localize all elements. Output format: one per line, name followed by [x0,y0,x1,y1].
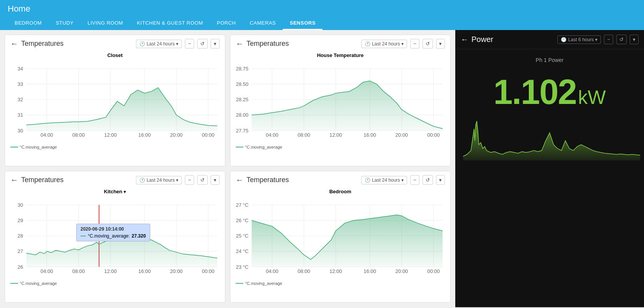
nav-tabs: BEDROOM STUDY LIVING ROOM KITCHEN & GUES… [8,17,636,30]
chart-bedroom-refresh[interactable]: ↺ [423,175,433,185]
chart-closet-back[interactable]: ← [10,39,18,48]
chart-kitchen-body: Kitchen ▾ 30 29 28 27 26 04:00 08:00 [5,187,225,280]
chart-kitchen-more[interactable]: ▾ [211,175,220,185]
chart-kitchen-back[interactable]: ← [10,176,18,184]
chart-closet-legend: °C.moving_average [5,143,225,152]
power-zoom-out[interactable]: − [604,35,613,44]
svg-text:00:00: 00:00 [427,132,439,137]
nav-tab-study[interactable]: STUDY [49,17,81,30]
svg-text:28.00: 28.00 [236,112,248,118]
power-panel-header: ← Power 🕐 Last 6 hours ▾ − ↺ ▾ [455,30,644,49]
clock-icon-power: 🕐 [561,37,567,42]
clock-icon: 🕐 [139,41,145,47]
chart-closet-zoom-out[interactable]: − [185,39,194,49]
chart-closet-more[interactable]: ▾ [211,39,220,49]
svg-text:20:00: 20:00 [396,268,408,274]
power-unit: kW [578,87,606,108]
chart-house-zoom-out[interactable]: − [410,39,419,49]
chart-bedroom: ← Temperatures 🕐 Last 24 hours ▾ − ↺ ▾ B… [230,171,451,303]
chart-kitchen-time-selector[interactable]: 🕐 Last 24 hours ▾ [136,176,182,184]
chevron-down-icon-4: ▾ [401,177,404,183]
svg-text:28.50: 28.50 [236,81,248,87]
svg-text:04:00: 04:00 [40,132,53,137]
chart-closet-svg: 34 33 32 31 30 04:00 08:00 12:00 16:00 [10,60,220,138]
svg-text:20:00: 20:00 [170,132,183,137]
power-time-label: Last 6 hours [568,37,594,42]
chart-kitchen-refresh[interactable]: ↺ [197,175,208,185]
svg-text:29: 29 [18,218,23,223]
chart-house-refresh[interactable]: ↺ [423,39,433,49]
svg-text:26: 26 [18,264,23,270]
chart-closet-time-selector[interactable]: 🕐 Last 24 hours ▾ [136,40,182,48]
power-content: Ph 1 Power 1.102 kW [455,49,644,117]
power-time-selector[interactable]: 🕐 Last 6 hours ▾ [557,35,601,44]
chart-house-more[interactable]: ▾ [436,39,445,49]
chart-bedroom-zoom-out[interactable]: − [410,175,419,185]
power-refresh[interactable]: ↺ [616,35,627,44]
svg-text:08:00: 08:00 [72,268,85,274]
chart-house-time-selector[interactable]: 🕐 Last 24 hours ▾ [361,40,408,48]
legend-line-icon-3 [10,283,18,284]
power-subtitle: Ph 1 Power [463,57,636,63]
legend-line-icon [10,147,18,147]
chevron-down-icon: ▾ [176,41,178,47]
svg-text:04:00: 04:00 [40,268,53,274]
svg-text:00:00: 00:00 [202,132,214,137]
svg-text:20:00: 20:00 [170,268,183,274]
svg-text:30: 30 [18,202,23,208]
chart-bedroom-time-selector[interactable]: 🕐 Last 24 hours ▾ [361,176,408,184]
power-more[interactable]: ▾ [630,35,639,44]
main-content: ← Temperatures 🕐 Last 24 hours ▾ − ↺ ▾ C… [0,30,644,307]
chart-kitchen-legend-label: °C.moving_average [20,281,57,286]
chart-kitchen-title: Temperatures [21,176,133,184]
svg-text:34: 34 [18,66,23,72]
nav-tab-sensors[interactable]: SENSORS [283,17,322,30]
svg-text:25 °C: 25 °C [236,233,248,239]
clock-icon-4: 🕐 [365,177,371,183]
chart-closet-subtitle: Closet [10,52,220,58]
svg-text:31: 31 [18,112,23,118]
nav-tab-cameras[interactable]: CAMERAS [243,17,283,30]
chevron-down-icon-3: ▾ [176,177,178,183]
svg-text:33: 33 [18,81,23,87]
chart-bedroom-header: ← Temperatures 🕐 Last 24 hours ▾ − ↺ ▾ [230,171,450,187]
chart-closet-refresh[interactable]: ↺ [197,39,208,49]
chart-bedroom-more[interactable]: ▾ [436,175,445,185]
chart-kitchen: ← Temperatures 🕐 Last 24 hours ▾ − ↺ ▾ K… [5,171,225,303]
clock-icon-3: 🕐 [139,177,145,183]
nav-tab-kitchen[interactable]: KITCHEN & GUEST ROOM [130,17,210,30]
tooltip-value: 27.320 [132,233,146,239]
chart-bedroom-title: Temperatures [247,176,358,184]
nav-tab-living-room[interactable]: LIVING ROOM [80,17,130,30]
svg-text:00:00: 00:00 [202,268,214,274]
power-chart-svg [459,117,640,164]
nav-tab-bedroom[interactable]: BEDROOM [8,17,49,30]
chart-bedroom-time-label: Last 24 hours [372,177,400,183]
app-title: Home [8,4,636,17]
power-chart-area [455,117,644,170]
chart-kitchen-zoom-out[interactable]: − [185,175,194,185]
nav-tab-porch[interactable]: PORCH [210,17,243,30]
chart-house-header: ← Temperatures 🕐 Last 24 hours ▾ − ↺ ▾ [230,35,450,51]
svg-text:20:00: 20:00 [396,132,408,137]
svg-text:16:00: 16:00 [138,268,151,274]
svg-text:08:00: 08:00 [72,132,85,137]
chart-closet: ← Temperatures 🕐 Last 24 hours ▾ − ↺ ▾ C… [5,35,225,166]
tooltip-datetime: 2020-06-29 10:14:00 [80,226,146,232]
svg-text:12:00: 12:00 [329,268,342,274]
chart-house-back[interactable]: ← [236,39,243,48]
svg-text:28.75: 28.75 [236,66,248,72]
chart-closet-title: Temperatures [21,40,133,48]
svg-text:23 °C: 23 °C [236,264,248,270]
chart-kitchen-header: ← Temperatures 🕐 Last 24 hours ▾ − ↺ ▾ [5,171,225,187]
svg-text:16:00: 16:00 [364,132,376,137]
dropdown-icon: ▾ [124,189,126,194]
svg-text:27: 27 [18,248,23,254]
chart-bedroom-back[interactable]: ← [236,176,243,184]
svg-text:12:00: 12:00 [104,132,116,137]
power-value: 1.102 [493,73,576,111]
chart-house-body: House Temperature 28.75 28.50 28.25 28.0… [230,51,450,143]
power-back-button[interactable]: ← [461,35,468,44]
svg-text:28.25: 28.25 [236,97,248,102]
legend-line-icon-2 [236,147,243,147]
